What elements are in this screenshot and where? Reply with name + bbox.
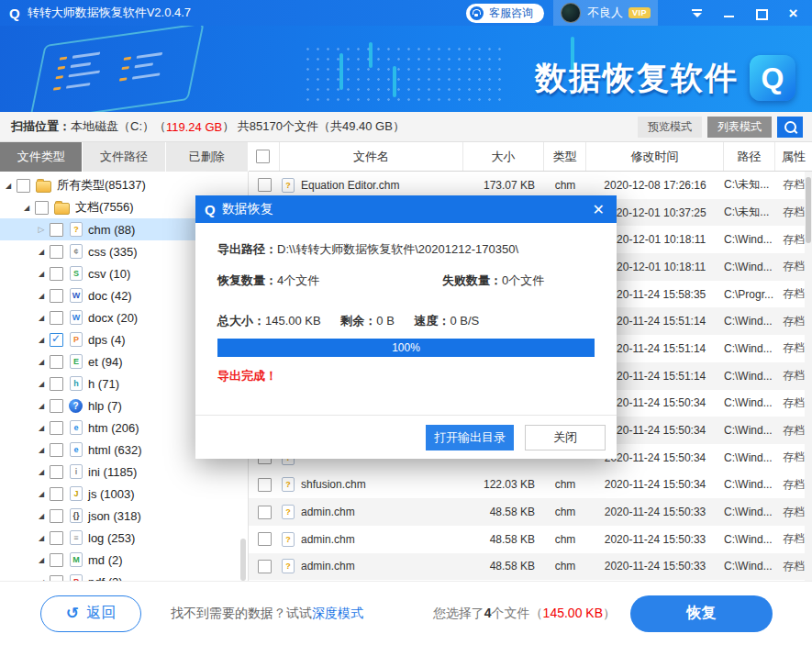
tree-expanded-arrow-icon[interactable]: ◢: [37, 556, 46, 564]
tab-file-path[interactable]: 文件路径: [83, 142, 165, 172]
file-name: admin.chm: [301, 533, 355, 546]
dialog-close-button[interactable]: 关闭: [525, 425, 606, 450]
tree-expanded-arrow-icon[interactable]: ◢: [37, 534, 46, 542]
tree-expanded-arrow-icon[interactable]: ◢: [4, 182, 13, 190]
tree-item[interactable]: ◢所有类型(85137): [0, 174, 248, 196]
tree-checkbox[interactable]: [50, 487, 63, 501]
scan-location-label: 扫描位置：: [11, 118, 71, 135]
table-scrollbar-thumb[interactable]: [806, 177, 811, 243]
selection-summary: 您选择了4个文件（145.00 KB）: [433, 606, 616, 622]
file-type: chm: [544, 560, 586, 573]
dialog-close-icon[interactable]: ✕: [590, 201, 607, 218]
tree-item-label: ini (1185): [88, 465, 137, 479]
table-row[interactable]: ?admin.chm48.58 KBchm2020-11-24 15:50:33…: [249, 498, 812, 526]
tree-checkbox[interactable]: [50, 267, 63, 281]
search-button[interactable]: [777, 117, 803, 138]
tree-checkbox[interactable]: [50, 399, 63, 413]
tree-expanded-arrow-icon[interactable]: ◢: [37, 424, 46, 432]
tree-item-label: docx (20): [88, 311, 138, 325]
table-scrollbar[interactable]: [805, 172, 812, 581]
maximize-icon[interactable]: [755, 7, 767, 19]
dps-file-icon: P: [70, 332, 83, 347]
file-size: 48.58 KB: [463, 533, 544, 546]
tree-expanded-arrow-icon[interactable]: ◢: [37, 468, 46, 476]
close-icon[interactable]: ×: [787, 7, 799, 19]
row-checkbox[interactable]: [258, 506, 272, 519]
tree-checkbox[interactable]: [50, 443, 63, 457]
table-row[interactable]: ?admin.chm48.58 KBchm2020-11-24 15:50:33…: [249, 526, 812, 553]
selection-size: 145.00 KB: [543, 606, 603, 620]
tree-expanded-arrow-icon[interactable]: ◢: [37, 446, 46, 454]
open-output-dir-button[interactable]: 打开输出目录: [426, 425, 514, 450]
tree-checkbox[interactable]: [50, 465, 63, 479]
tree-item[interactable]: ◢Mmd (2): [0, 549, 248, 571]
row-checkbox[interactable]: [258, 178, 272, 192]
file-type: chm: [544, 478, 586, 491]
tree-item[interactable]: ◢Jjs (1003): [0, 483, 248, 505]
customer-support-button[interactable]: 客服咨询: [466, 4, 544, 23]
tree-checkbox[interactable]: [17, 179, 30, 193]
tree-expanded-arrow-icon[interactable]: ◢: [37, 336, 46, 344]
tree-checkbox[interactable]: [50, 509, 63, 523]
tree-expanded-arrow-icon[interactable]: ◢: [37, 248, 46, 256]
select-all-checkbox[interactable]: [256, 150, 270, 163]
minimize-to-tray-icon[interactable]: [691, 7, 703, 19]
tree-checkbox[interactable]: [35, 201, 49, 215]
tree-expanded-arrow-icon[interactable]: ◢: [37, 402, 46, 410]
tree-checkbox[interactable]: [50, 421, 63, 435]
product-logo-icon: Q: [750, 55, 795, 101]
tree-checkbox[interactable]: [50, 355, 63, 369]
tree-expanded-arrow-icon[interactable]: ◢: [37, 490, 46, 498]
failed-value: 0个文件: [502, 273, 544, 287]
tree-item-label: 所有类型(85137): [57, 177, 146, 194]
tree-expanded-arrow-icon[interactable]: ◢: [37, 380, 46, 388]
tree-checkbox[interactable]: [50, 333, 63, 347]
tree-expanded-arrow-icon[interactable]: ◢: [37, 358, 46, 366]
back-button[interactable]: ↺ 返回: [40, 595, 141, 632]
column-type[interactable]: 类型: [544, 142, 586, 171]
file-size: 173.07 KB: [463, 179, 544, 192]
tab-deleted[interactable]: 已删除: [166, 142, 249, 172]
sidebar-scrollbar-thumb[interactable]: [240, 539, 246, 581]
preview-mode-button[interactable]: 预览模式: [638, 117, 702, 138]
deep-mode-link[interactable]: 深度模式: [312, 606, 363, 620]
column-size[interactable]: 大小: [463, 142, 544, 171]
tree-checkbox[interactable]: [50, 553, 63, 567]
recovered-value: 4个文件: [277, 273, 319, 287]
table-row[interactable]: ?admin.chm48.58 KBchm2020-11-24 15:50:33…: [249, 553, 812, 581]
table-row[interactable]: ?shfusion.chm122.03 KBchm2020-11-24 15:5…: [249, 472, 812, 499]
row-checkbox[interactable]: [258, 560, 272, 573]
tree-checkbox[interactable]: [50, 377, 63, 391]
tree-item[interactable]: ◢≡log (253): [0, 527, 248, 549]
column-modified[interactable]: 修改时间: [586, 142, 724, 171]
list-mode-button[interactable]: 列表模式: [707, 117, 772, 138]
column-filename[interactable]: 文件名: [280, 142, 463, 171]
file-size: 122.03 KB: [463, 478, 544, 491]
tree-expanded-arrow-icon[interactable]: ◢: [37, 270, 46, 278]
file-name: admin.chm: [301, 560, 355, 573]
row-checkbox[interactable]: [258, 532, 272, 546]
circuit-decoration: [28, 26, 204, 112]
column-attr[interactable]: 属性: [775, 142, 812, 171]
minimize-icon[interactable]: [723, 7, 735, 19]
row-checkbox[interactable]: [258, 478, 272, 492]
tree-item[interactable]: ◢iini (1185): [0, 461, 248, 483]
tree-item[interactable]: ◢Ppdf (2): [0, 571, 248, 581]
tree-checkbox[interactable]: [50, 311, 63, 325]
user-account[interactable]: 不良人 VIP: [553, 0, 658, 26]
tree-expanded-arrow-icon[interactable]: ◢: [37, 314, 46, 322]
select-all-header[interactable]: [249, 142, 280, 171]
column-path[interactable]: 路径: [724, 142, 775, 171]
tab-file-type[interactable]: 文件类型: [0, 142, 83, 172]
tree-expanded-arrow-icon[interactable]: ◢: [37, 512, 46, 520]
tree-checkbox[interactable]: [50, 245, 63, 259]
tree-expanded-arrow-icon[interactable]: ◢: [22, 204, 31, 212]
tree-collapsed-arrow-icon[interactable]: ▷: [37, 225, 46, 234]
tree-expanded-arrow-icon[interactable]: ◢: [37, 292, 46, 300]
tree-checkbox[interactable]: [50, 223, 63, 237]
recover-button[interactable]: 恢复: [630, 595, 773, 632]
tree-item[interactable]: ◢{}json (318): [0, 505, 248, 527]
tree-checkbox[interactable]: [50, 531, 63, 545]
file-modified-time: 2020-11-24 15:50:34: [586, 478, 724, 491]
tree-checkbox[interactable]: [50, 289, 63, 303]
